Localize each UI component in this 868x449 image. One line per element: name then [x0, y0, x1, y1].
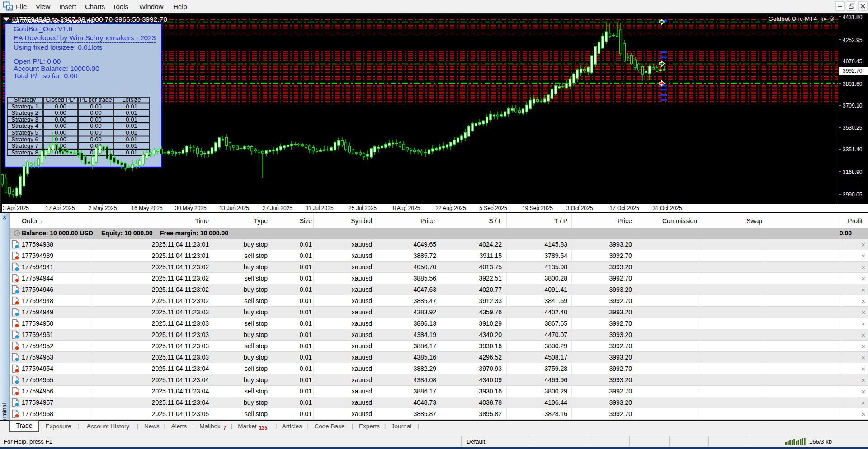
svg-text:25 Jul 2025: 25 Jul 2025	[349, 205, 377, 211]
svg-text:16 May 2025: 16 May 2025	[131, 205, 163, 211]
svg-text:0.00: 0.00	[90, 109, 101, 116]
svg-text:Open P/L: 0.00: Open P/L: 0.00	[14, 57, 61, 65]
svg-text:0.01: 0.01	[126, 149, 137, 156]
svg-text:31 Oct 2025: 31 Oct 2025	[652, 205, 682, 211]
svg-text:22 Aug 2025: 22 Aug 2025	[435, 205, 466, 211]
svg-text:3530.25: 3530.25	[843, 125, 863, 131]
svg-text:Total P/L so far: 0.00: Total P/L so far: 0.00	[14, 72, 78, 80]
svg-text:13 Jun 2025: 13 Jun 2025	[219, 205, 249, 211]
svg-text:0.00: 0.00	[90, 103, 101, 110]
svg-text:3351.40: 3351.40	[843, 146, 863, 153]
svg-text:0.00: 0.00	[55, 109, 66, 116]
svg-text:Strategy 4: Strategy 4	[11, 122, 38, 129]
svg-text:Account Balance: 10000.00: Account Balance: 10000.00	[14, 65, 99, 72]
svg-text:GoldBot_One V1.6: GoldBot_One V1.6	[14, 25, 72, 33]
svg-text:Strategy 1: Strategy 1	[11, 103, 38, 110]
svg-text:2 May 2025: 2 May 2025	[89, 205, 117, 211]
svg-text:Strategy 5: Strategy 5	[11, 129, 38, 136]
svg-text:Strategy 6: Strategy 6	[11, 136, 38, 143]
svg-text:PL per trade: PL per trade	[80, 96, 112, 103]
svg-text:0.01: 0.01	[126, 116, 137, 123]
svg-text:0.01: 0.01	[126, 122, 137, 129]
svg-text:4070.45: 4070.45	[843, 58, 863, 65]
svg-text:3 Oct 2025: 3 Oct 2025	[566, 205, 593, 211]
svg-text:17 Apr 2025: 17 Apr 2025	[46, 205, 75, 211]
svg-text:3168.90: 3168.90	[843, 169, 863, 175]
svg-text:0.01: 0.01	[126, 103, 137, 110]
svg-text:Strategy 8: Strategy 8	[11, 149, 38, 156]
svg-text:0.00: 0.00	[90, 129, 101, 136]
svg-text:0.00: 0.00	[55, 116, 66, 123]
svg-text:4431.80: 4431.80	[843, 14, 863, 20]
svg-text:0.00: 0.00	[90, 116, 101, 123]
svg-text:3 Apr 2025: 3 Apr 2025	[3, 205, 29, 211]
svg-text:0.01: 0.01	[126, 136, 137, 143]
svg-text:Closed PL*: Closed PL*	[46, 96, 75, 103]
svg-text:27 Jun 2025: 27 Jun 2025	[263, 205, 292, 211]
svg-text:11 Jul 2025: 11 Jul 2025	[306, 205, 333, 211]
svg-text:4252.95: 4252.95	[843, 37, 863, 43]
svg-text:3992.70: 3992.70	[843, 68, 863, 74]
svg-text:19 Sep 2025: 19 Sep 2025	[522, 205, 553, 211]
svg-text:Strategy 7: Strategy 7	[11, 142, 38, 149]
svg-text:30 May 2025: 30 May 2025	[175, 205, 207, 211]
svg-text:8 Aug 2025: 8 Aug 2025	[393, 205, 420, 211]
svg-text:Lotsize: Lotsize	[122, 96, 141, 103]
svg-text:0.01: 0.01	[126, 129, 137, 136]
svg-text:17 Oct 2025: 17 Oct 2025	[609, 205, 639, 211]
svg-text:3891.60: 3891.60	[843, 81, 863, 87]
svg-text:5 Sep 2025: 5 Sep 2025	[479, 205, 507, 211]
svg-text:0.00: 0.00	[55, 103, 66, 110]
svg-text:0.00: 0.00	[90, 136, 101, 143]
svg-text:Strategy 3: Strategy 3	[11, 116, 38, 123]
svg-text:Strategy: Strategy	[14, 96, 36, 103]
svg-text:Goldbot One MT4_fix ☺: Goldbot One MT4_fix ☺	[769, 14, 835, 22]
svg-text:2990.05: 2990.05	[843, 192, 863, 198]
svg-text:3709.10: 3709.10	[843, 103, 863, 109]
svg-text:0.00: 0.00	[90, 122, 101, 129]
svg-text:Strategy 2: Strategy 2	[11, 109, 38, 116]
svg-text:0.00: 0.00	[55, 122, 66, 129]
svg-text:0.01: 0.01	[126, 142, 137, 149]
svg-text:0.01: 0.01	[126, 109, 137, 116]
svg-text:Using fixed lotsizee: 0.01lots: Using fixed lotsizee: 0.01lots	[14, 43, 103, 51]
